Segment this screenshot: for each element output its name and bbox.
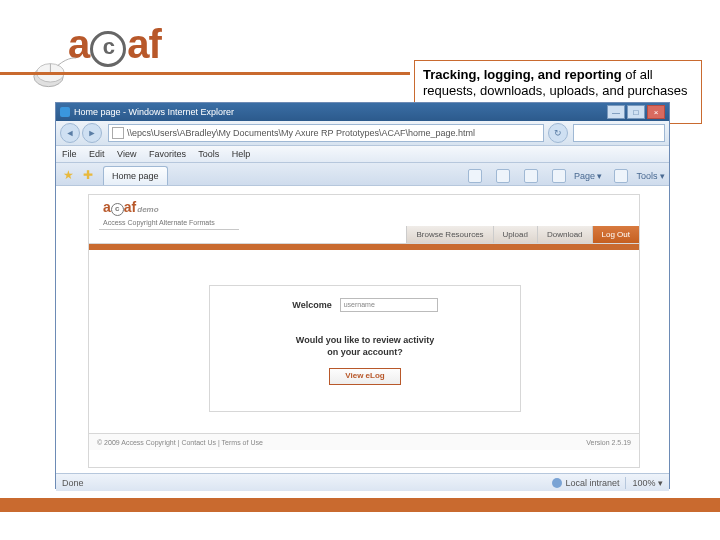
page-body: Welcome username Would you like to revie… [89, 250, 639, 450]
menu-file[interactable]: File [62, 149, 77, 159]
tools-menu[interactable]: Tools ▾ [608, 169, 665, 183]
favorites-icon[interactable]: ★ [63, 168, 77, 182]
forward-button[interactable]: ► [82, 123, 102, 143]
page-subtitle: Access Copyright Alternate Formats [103, 219, 215, 226]
menu-favorites[interactable]: Favorites [149, 149, 186, 159]
copyright-icon: c [111, 203, 124, 216]
copyright-icon: c [90, 31, 126, 67]
address-bar[interactable]: \\epcs\Users\ABradley\My Documents\My Ax… [108, 124, 544, 142]
menu-tools[interactable]: Tools [198, 149, 219, 159]
close-button[interactable]: × [647, 105, 665, 119]
nav-logout[interactable]: Log Out [592, 226, 639, 243]
feeds-icon[interactable] [490, 169, 512, 183]
ie-icon [60, 107, 70, 117]
welcome-row: Welcome username [210, 298, 520, 312]
address-text: \\epcs\Users\ABradley\My Documents\My Ax… [127, 128, 475, 138]
print-icon[interactable] [518, 169, 540, 183]
acaf-page: acafdemo Access Copyright Alternate Form… [88, 194, 640, 468]
footer-version: Version 2.5.19 [586, 439, 631, 446]
nav-bar: ◄ ► \\epcs\Users\ABradley\My Documents\M… [56, 121, 669, 146]
nav-download[interactable]: Download [537, 226, 592, 243]
page-footer: © 2009 Access Copyright | Contact Us | T… [89, 433, 639, 450]
tab-home[interactable]: Home page [103, 166, 168, 185]
header-rule [99, 229, 239, 230]
menu-bar: File Edit View Favorites Tools Help [56, 146, 669, 163]
titlebar[interactable]: Home page - Windows Internet Explorer — … [56, 103, 669, 121]
page-nav: Browse Resources Upload Download Log Out [406, 226, 639, 243]
zone-icon [552, 478, 562, 488]
add-favorite-icon[interactable]: ✚ [83, 168, 97, 182]
question-text: Would you like to review activity on you… [210, 334, 520, 358]
viewport: acafdemo Access Copyright Alternate Form… [56, 186, 669, 473]
nav-upload[interactable]: Upload [493, 226, 537, 243]
welcome-form: Welcome username Would you like to revie… [209, 285, 521, 412]
username-field[interactable]: username [340, 298, 438, 312]
slide: acaf Tracking, logging, and reporting of… [0, 0, 720, 540]
status-bar: Done Local intranet 100% ▾ [56, 473, 669, 491]
annotation-title: Tracking, logging, and reporting [423, 67, 622, 82]
back-button[interactable]: ◄ [60, 123, 80, 143]
welcome-label: Welcome [292, 300, 331, 310]
status-zoom[interactable]: 100% ▾ [632, 478, 663, 488]
page-icon [112, 127, 124, 139]
page-menu[interactable]: Page ▾ [546, 169, 603, 183]
slide-footer-bar [0, 498, 720, 512]
menu-edit[interactable]: Edit [89, 149, 105, 159]
tab-bar: ★ ✚ Home page Page ▾ Tools ▾ [56, 163, 669, 186]
menu-help[interactable]: Help [232, 149, 251, 159]
window-title: Home page - Windows Internet Explorer [74, 107, 234, 117]
divider-line [0, 72, 410, 75]
status-left: Done [62, 478, 84, 488]
page-header: acafdemo Access Copyright Alternate Form… [89, 195, 639, 244]
maximize-button[interactable]: □ [627, 105, 645, 119]
logo-af: af [127, 22, 161, 66]
slide-logo: acaf [68, 22, 161, 67]
page-logo: acafdemo [103, 199, 159, 216]
refresh-button[interactable]: ↻ [548, 123, 568, 143]
home-icon[interactable] [462, 169, 484, 183]
search-box[interactable] [573, 124, 665, 142]
view-elog-button[interactable]: View eLog [329, 368, 401, 385]
mouse-icon [32, 52, 78, 90]
nav-browse[interactable]: Browse Resources [406, 226, 492, 243]
command-bar: Page ▾ Tools ▾ [456, 169, 665, 183]
window-buttons: — □ × [605, 105, 665, 119]
footer-links[interactable]: © 2009 Access Copyright | Contact Us | T… [97, 439, 263, 446]
minimize-button[interactable]: — [607, 105, 625, 119]
status-zone: Local intranet [565, 478, 619, 488]
menu-view[interactable]: View [117, 149, 136, 159]
browser-window: Home page - Windows Internet Explorer — … [55, 102, 670, 489]
